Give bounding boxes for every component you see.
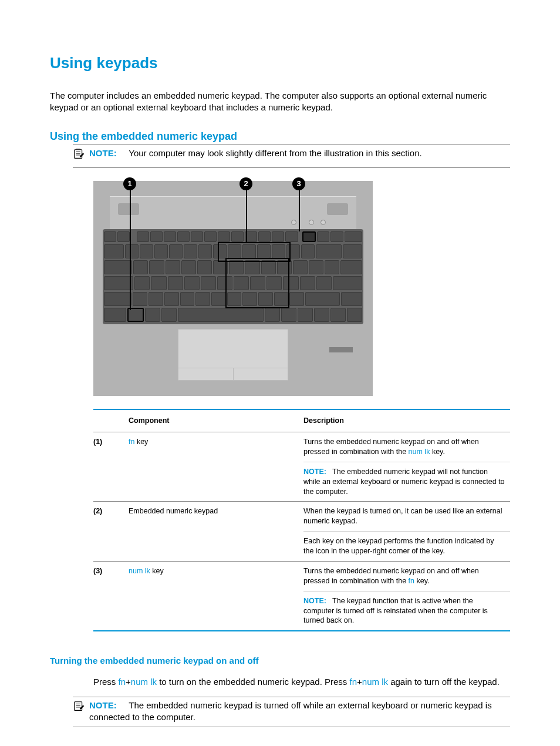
keyboard-illustration: 1 2 3 — [93, 181, 373, 396]
table-row: NOTE: The embedded numeric keypad will n… — [93, 462, 510, 502]
numlk-key-link: num lk — [129, 567, 150, 575]
note-block-2: NOTE: The embedded numeric keypad is tur… — [73, 697, 510, 728]
turning-paragraph: Press fn+num lk to turn on the embedded … — [93, 676, 510, 688]
callout-1: 1 — [123, 177, 136, 190]
intro-paragraph: The computer includes an embedded numeri… — [50, 90, 510, 114]
heading-using-keypads: Using keypads — [50, 53, 510, 73]
note-icon — [73, 700, 89, 716]
table-row: (3) num lk key Turns the embedded numeri… — [93, 561, 510, 591]
fn-key-link: fn — [409, 577, 414, 585]
th-description: Description — [303, 410, 510, 432]
callout-3: 3 — [292, 177, 305, 190]
th-component: Component — [129, 410, 303, 432]
component-table: Component Description (1) fn key Turns t… — [93, 409, 510, 631]
note-label: NOTE: — [89, 148, 117, 158]
note-label: NOTE: — [89, 700, 117, 710]
table-row: (1) fn key Turns the embedded numeric ke… — [93, 432, 510, 462]
heading-embedded-keypad: Using the embedded numeric keypad — [50, 129, 510, 143]
table-row: (2) Embedded numeric keypad When the key… — [93, 502, 510, 532]
table-row: Each key on the keypad performs the func… — [93, 532, 510, 562]
note-text: Your computer may look slightly differen… — [129, 148, 421, 158]
note-block-1: NOTE: Your computer may look slightly di… — [73, 145, 510, 168]
fn-key-link: fn — [129, 438, 134, 446]
callout-2: 2 — [239, 177, 252, 190]
note-text: The embedded numeric keypad is turned of… — [89, 700, 492, 722]
note-icon — [73, 147, 89, 164]
numlk-key-link: num lk — [409, 448, 430, 456]
heading-turning-keypad: Turning the embedded numeric keypad on a… — [50, 655, 510, 667]
table-row: NOTE: The keypad function that is active… — [93, 591, 510, 630]
